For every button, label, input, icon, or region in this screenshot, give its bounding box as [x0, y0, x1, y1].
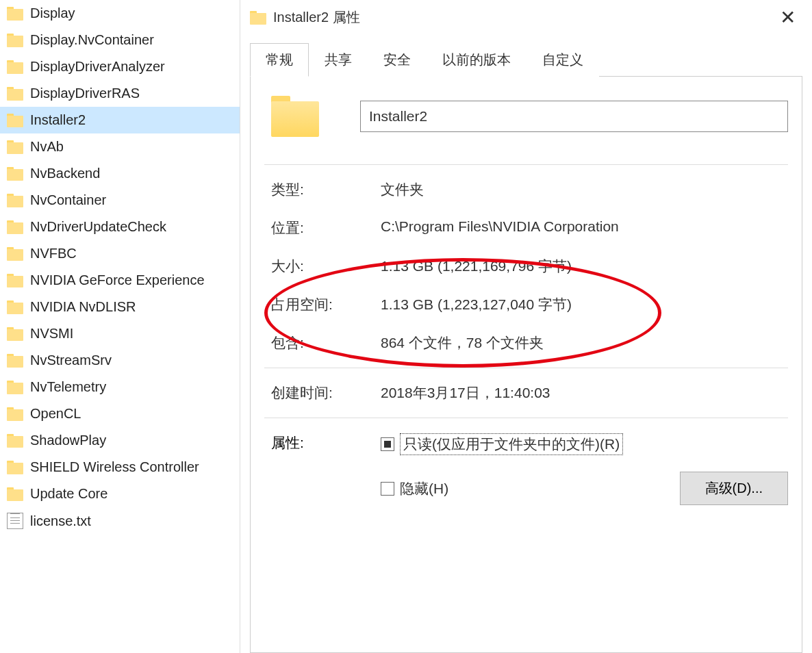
created-value: 2018年3月17日，11:40:03	[381, 383, 788, 402]
hidden-checkbox[interactable]	[381, 482, 394, 496]
tab-container: 常规共享安全以前的版本自定义 类型: 文件夹 位置: C:\Program Fi…	[240, 34, 812, 653]
file-item-opencl[interactable]: OpenCL	[0, 400, 240, 427]
file-item-label: Display	[30, 5, 75, 21]
close-button[interactable]: ✕	[773, 6, 802, 29]
file-item-label: Installer2	[30, 112, 86, 128]
row-size-on-disk: 占用空间: 1.13 GB (1,223,127,040 字节)	[264, 285, 788, 324]
file-item-nvab[interactable]: NvAb	[0, 133, 240, 160]
folder-icon	[7, 407, 23, 421]
file-item-label: NvDriverUpdateCheck	[30, 219, 166, 235]
size-value: 1.13 GB (1,221,169,796 字节)	[381, 257, 788, 276]
folder-name-input[interactable]	[360, 101, 788, 132]
file-item-display-nvcontainer[interactable]: Display.NvContainer	[0, 27, 240, 53]
tab-general-content: 类型: 文件夹 位置: C:\Program Files\NVIDIA Corp…	[250, 77, 802, 653]
hidden-advanced-row: 隐藏(H) 高级(D)...	[381, 472, 788, 505]
dialog-title: Installer2 属性	[273, 8, 773, 27]
folder-icon	[7, 167, 23, 181]
advanced-button[interactable]: 高级(D)...	[680, 472, 788, 505]
file-item-label: NvBackend	[30, 166, 100, 181]
file-item-update-core[interactable]: Update Core	[0, 481, 240, 507]
folder-icon	[7, 327, 23, 341]
file-item-label: DisplayDriverAnalyzer	[30, 59, 165, 75]
file-item-displaydriverras[interactable]: DisplayDriverRAS	[0, 80, 240, 107]
folder-icon	[7, 381, 23, 394]
folder-icon	[7, 87, 23, 101]
folder-icon	[7, 247, 23, 261]
file-item-label: OpenCL	[30, 406, 81, 422]
folder-header-row	[264, 96, 788, 137]
file-item-label: NVSMI	[30, 326, 73, 342]
folder-icon	[7, 60, 23, 74]
folder-icon	[7, 434, 23, 448]
file-item-label: Update Core	[30, 486, 107, 502]
folder-icon	[250, 11, 265, 23]
folder-icon	[7, 140, 23, 154]
folder-icon	[7, 487, 23, 501]
contains-value: 864 个文件，78 个文件夹	[381, 333, 788, 353]
row-created: 创建时间: 2018年3月17日，11:40:03	[264, 374, 788, 412]
file-item-nvtelemetry[interactable]: NvTelemetry	[0, 374, 240, 400]
folder-icon	[7, 194, 23, 207]
disk-value: 1.13 GB (1,223,127,040 字节)	[381, 295, 788, 314]
readonly-label[interactable]: 只读(仅应用于文件夹中的文件)(R)	[400, 433, 623, 455]
file-item-label: NvTelemetry	[30, 379, 106, 395]
file-item-displaydriveranalyzer[interactable]: DisplayDriverAnalyzer	[0, 53, 240, 80]
folder-icon	[7, 274, 23, 287]
folder-icon	[7, 300, 23, 314]
created-label: 创建时间:	[271, 383, 381, 402]
file-icon	[7, 513, 23, 529]
file-list-panel: DisplayDisplay.NvContainerDisplayDriverA…	[0, 0, 240, 653]
type-label: 类型:	[271, 180, 381, 199]
readonly-row: 只读(仅应用于文件夹中的文件)(R)	[381, 433, 788, 455]
row-type: 类型: 文件夹	[264, 170, 788, 209]
file-item-nvidia-geforce-experience[interactable]: NVIDIA GeForce Experience	[0, 267, 240, 294]
tab-3[interactable]: 以前的版本	[427, 43, 526, 77]
file-item-nvidia-nvdlisr[interactable]: NVIDIA NvDLISR	[0, 294, 240, 320]
attributes-section: 属性: 只读(仅应用于文件夹中的文件)(R) 隐藏(H) 高级(D)...	[264, 424, 788, 505]
file-item-nvdriverupdatecheck[interactable]: NvDriverUpdateCheck	[0, 214, 240, 240]
file-item-installer2[interactable]: Installer2	[0, 107, 240, 133]
folder-icon	[7, 354, 23, 368]
tab-1[interactable]: 共享	[309, 43, 368, 77]
file-item-shield-wireless-controller[interactable]: SHIELD Wireless Controller	[0, 454, 240, 481]
file-item-label: ShadowPlay	[30, 433, 106, 448]
attributes-label: 属性:	[271, 433, 381, 505]
file-item-label: NvStreamSrv	[30, 353, 112, 368]
file-item-nvbackend[interactable]: NvBackend	[0, 160, 240, 187]
type-value: 文件夹	[381, 180, 788, 199]
folder-large-icon	[271, 96, 319, 137]
file-item-shadowplay[interactable]: ShadowPlay	[0, 427, 240, 454]
location-value: C:\Program Files\NVIDIA Corporation	[381, 218, 788, 238]
file-item-label: NVIDIA NvDLISR	[30, 299, 136, 315]
file-item-label: NVFBC	[30, 246, 77, 261]
folder-icon	[7, 7, 23, 21]
file-item-nvfbc[interactable]: NVFBC	[0, 240, 240, 267]
divider	[264, 418, 788, 418]
file-item-label: NvContainer	[30, 192, 106, 208]
folder-icon	[7, 461, 23, 474]
hidden-label[interactable]: 隐藏(H)	[400, 479, 448, 498]
size-label: 大小:	[271, 257, 381, 276]
readonly-checkbox[interactable]	[381, 437, 394, 451]
tab-4[interactable]: 自定义	[526, 43, 599, 77]
file-item-label: NVIDIA GeForce Experience	[30, 272, 205, 288]
file-item-nvcontainer[interactable]: NvContainer	[0, 187, 240, 214]
divider	[264, 368, 788, 368]
tab-strip: 常规共享安全以前的版本自定义	[250, 42, 802, 77]
dialog-titlebar: Installer2 属性 ✕	[240, 0, 812, 34]
disk-label: 占用空间:	[271, 295, 381, 314]
file-item-license-txt[interactable]: license.txt	[0, 507, 240, 535]
file-item-label: license.txt	[30, 513, 91, 529]
folder-icon	[7, 114, 23, 127]
tab-0[interactable]: 常规	[250, 43, 309, 77]
file-item-nvstreamsrv[interactable]: NvStreamSrv	[0, 347, 240, 374]
location-label: 位置:	[271, 218, 381, 238]
tab-2[interactable]: 安全	[368, 43, 427, 77]
row-contains: 包含: 864 个文件，78 个文件夹	[264, 324, 788, 362]
file-item-nvsmi[interactable]: NVSMI	[0, 320, 240, 347]
file-item-label: SHIELD Wireless Controller	[30, 459, 199, 475]
file-item-display[interactable]: Display	[0, 0, 240, 27]
file-item-label: Display.NvContainer	[30, 32, 154, 48]
row-size: 大小: 1.13 GB (1,221,169,796 字节)	[264, 247, 788, 285]
divider	[264, 164, 788, 165]
